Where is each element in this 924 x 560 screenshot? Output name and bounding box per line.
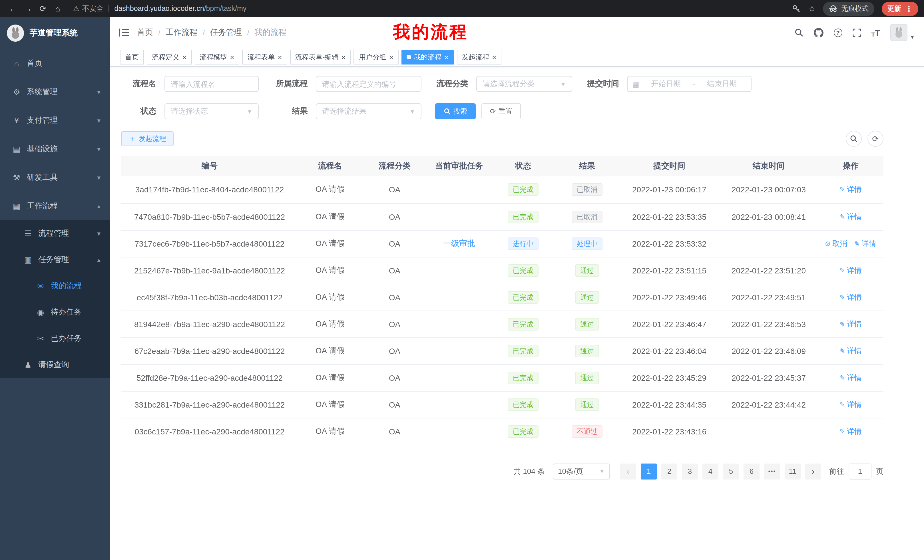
cancel-icon: ⊘ bbox=[825, 240, 831, 247]
cancel-action-link[interactable]: ⊘取消 bbox=[825, 238, 847, 249]
search-icon[interactable] bbox=[794, 28, 804, 37]
detail-action-link[interactable]: ✎详情 bbox=[840, 373, 862, 383]
detail-action-link[interactable]: ✎详情 bbox=[840, 399, 862, 410]
warning-icon: ⚠ bbox=[73, 4, 80, 13]
filter-row-1: 流程名 所属流程 流程分类 请选择流程分类 ▼ bbox=[121, 76, 913, 92]
password-key-icon[interactable] bbox=[792, 4, 801, 13]
category-cell: OA bbox=[362, 391, 427, 418]
fullscreen-icon[interactable] bbox=[853, 28, 861, 37]
browser-home-icon[interactable]: ⌂ bbox=[50, 4, 65, 13]
status-select[interactable]: 请选择状态 ▼ bbox=[165, 103, 259, 119]
tab-user-group[interactable]: 用户分组× bbox=[354, 49, 399, 64]
breadcrumb-item[interactable]: 首页 bbox=[137, 27, 153, 38]
sidebar-item-home[interactable]: ⌂首页 bbox=[0, 49, 110, 78]
tab-my-process[interactable]: 我的流程× bbox=[402, 49, 454, 64]
show-search-button[interactable] bbox=[846, 131, 862, 147]
page-button-2[interactable]: 2 bbox=[661, 463, 677, 479]
parent-process-input[interactable] bbox=[316, 76, 422, 92]
tab-process-form[interactable]: 流程表单× bbox=[242, 49, 287, 64]
sidebar-item-done-tasks[interactable]: ✂已办任务 bbox=[0, 325, 110, 352]
user-avatar-menu[interactable]: ▼ bbox=[890, 24, 915, 41]
sidebar-item-devtools[interactable]: ⚒研发工具▼ bbox=[0, 163, 110, 192]
tab-process-form-edit[interactable]: 流程表单-编辑× bbox=[290, 49, 351, 64]
next-page-button[interactable]: › bbox=[805, 463, 821, 479]
submit-time-cell: 2022-01-23 00:06:17 bbox=[619, 177, 720, 203]
detail-action-link[interactable]: ✎详情 bbox=[840, 319, 862, 329]
tab-close-icon[interactable]: × bbox=[492, 53, 496, 61]
status-placeholder: 请选择状态 bbox=[171, 106, 208, 117]
sidebar-item-system-management[interactable]: ⚙系统管理▼ bbox=[0, 78, 110, 106]
tab-close-icon[interactable]: × bbox=[389, 53, 393, 61]
process-id-cell: 2152467e-7b9b-11ec-9a1b-acde48001122 bbox=[121, 257, 298, 284]
help-icon[interactable]: ? bbox=[834, 28, 842, 37]
page-ellipsis[interactable]: ••• bbox=[764, 463, 780, 479]
detail-action-link[interactable]: ✎详情 bbox=[840, 426, 862, 436]
process-name-cell: OA 请假 bbox=[298, 257, 362, 284]
tab-process-model[interactable]: 流程模型× bbox=[195, 49, 239, 64]
breadcrumb-item[interactable]: 任务管理 bbox=[210, 27, 242, 38]
tab-close-icon[interactable]: × bbox=[444, 53, 448, 61]
tab-close-icon[interactable]: × bbox=[182, 53, 186, 61]
sidebar-toggle-icon[interactable] bbox=[119, 28, 129, 36]
tab-close-icon[interactable]: × bbox=[230, 53, 234, 61]
font-size-icon[interactable]: TT bbox=[872, 28, 880, 37]
breadcrumb-item[interactable]: 工作流程 bbox=[166, 27, 198, 38]
result-placeholder: 请选择流结果 bbox=[322, 106, 367, 117]
tab-process-definition[interactable]: 流程定义× bbox=[147, 49, 192, 64]
category-select[interactable]: 请选择流程分类 ▼ bbox=[476, 76, 572, 92]
github-icon[interactable] bbox=[814, 28, 824, 37]
page-button-6[interactable]: 6 bbox=[744, 463, 759, 479]
create-process-button[interactable]: ＋ 发起流程 bbox=[121, 131, 174, 146]
process-name-input[interactable] bbox=[165, 76, 259, 92]
sidebar-item-workflow[interactable]: ▦工作流程▲ bbox=[0, 192, 110, 220]
goto-page-input[interactable] bbox=[849, 463, 872, 479]
detail-action-link[interactable]: ✎详情 bbox=[854, 238, 876, 249]
detail-action-link[interactable]: ✎详情 bbox=[840, 346, 862, 356]
search-button[interactable]: 搜索 bbox=[435, 103, 476, 119]
page-button-11[interactable]: 11 bbox=[784, 463, 801, 479]
sidebar-item-task-management[interactable]: ▥任务管理▲ bbox=[0, 247, 110, 273]
end-time-cell: 2022-01-22 23:49:51 bbox=[720, 284, 818, 310]
refresh-table-button[interactable]: ⟳ bbox=[867, 131, 884, 147]
sidebar-item-todo-tasks[interactable]: ◉待办任务 bbox=[0, 299, 110, 325]
date-range-picker[interactable]: ▦ 开始日期 - 结束日期 bbox=[627, 76, 752, 92]
detail-action-link[interactable]: ✎详情 bbox=[840, 292, 862, 302]
result-badge: 已取消 bbox=[572, 210, 603, 223]
sidebar-item-my-process[interactable]: ✉我的流程 bbox=[0, 273, 110, 299]
browser-back-icon[interactable]: ← bbox=[6, 4, 21, 13]
tab-close-icon[interactable]: × bbox=[278, 53, 282, 61]
page-button-4[interactable]: 4 bbox=[702, 463, 718, 479]
incognito-icon bbox=[829, 5, 838, 12]
browser-menu-dots-icon[interactable]: ⋮ bbox=[905, 4, 913, 13]
sidebar-item-process-management[interactable]: ☰流程管理▼ bbox=[0, 220, 110, 247]
update-button[interactable]: 更新 ⋮ bbox=[882, 1, 918, 16]
filter-parent-process: 所属流程 bbox=[272, 76, 422, 92]
browser-reload-icon[interactable]: ⟳ bbox=[35, 4, 50, 13]
bookmark-star-icon[interactable]: ☆ bbox=[808, 4, 816, 13]
page-button-3[interactable]: 3 bbox=[682, 463, 698, 479]
tab-start-process[interactable]: 发起流程× bbox=[457, 49, 501, 64]
sidebar-item-label: 我的流程 bbox=[51, 281, 102, 291]
action-label: 详情 bbox=[847, 211, 862, 222]
current-task-link[interactable]: 一级审批 bbox=[443, 238, 475, 247]
page-button-1[interactable]: 1 bbox=[641, 463, 657, 479]
result-select[interactable]: 请选择流结果 ▼ bbox=[316, 103, 422, 119]
page-size-select[interactable]: 10条/页 ▼ bbox=[553, 463, 610, 479]
tab-close-icon[interactable]: × bbox=[342, 53, 346, 61]
sidebar-item-leave-query[interactable]: ♟请假查询 bbox=[0, 352, 110, 378]
sidebar-item-infrastructure[interactable]: ▤基础设施▼ bbox=[0, 135, 110, 163]
detail-action-link[interactable]: ✎详情 bbox=[840, 211, 862, 222]
tab-home[interactable]: 首页 bbox=[120, 49, 144, 64]
app-logo[interactable]: 芋道管理系统 bbox=[0, 17, 110, 49]
reset-button[interactable]: ⟳ 重置 bbox=[482, 103, 521, 119]
address-bar[interactable]: ⚠ 不安全 dashboard.yudao.iocoder.cn/bpm/tas… bbox=[73, 4, 792, 13]
detail-action-link[interactable]: ✎详情 bbox=[840, 185, 862, 195]
prev-page-button[interactable]: ‹ bbox=[620, 463, 636, 479]
detail-action-link[interactable]: ✎详情 bbox=[840, 265, 862, 276]
current-task-cell bbox=[427, 391, 491, 418]
result-cell: 处理中 bbox=[555, 230, 619, 257]
sidebar-item-payment-management[interactable]: ¥支付管理▼ bbox=[0, 106, 110, 135]
action-label: 详情 bbox=[847, 399, 862, 410]
browser-forward-icon[interactable]: → bbox=[21, 4, 35, 13]
page-button-5[interactable]: 5 bbox=[723, 463, 739, 479]
